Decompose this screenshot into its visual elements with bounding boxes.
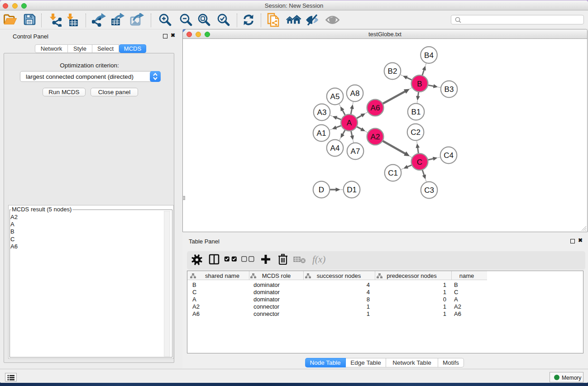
svg-text:B2: B2 — [388, 67, 397, 76]
svg-text:A6: A6 — [371, 104, 380, 112]
svg-text:B: B — [417, 80, 422, 88]
svg-text:A7: A7 — [351, 147, 360, 156]
svg-text:A5: A5 — [330, 92, 340, 101]
svg-text:A2: A2 — [371, 133, 380, 141]
svg-text:A3: A3 — [317, 108, 327, 117]
svg-text:A8: A8 — [350, 89, 360, 98]
svg-text:C2: C2 — [411, 128, 421, 137]
svg-text:C4: C4 — [444, 151, 454, 160]
svg-text:D1: D1 — [347, 186, 357, 194]
svg-text:A4: A4 — [330, 144, 340, 152]
svg-text:C1: C1 — [388, 169, 398, 177]
svg-text:D: D — [319, 186, 324, 194]
svg-text:A1: A1 — [317, 129, 326, 138]
svg-text:C: C — [417, 158, 422, 167]
svg-text:B4: B4 — [424, 51, 434, 60]
svg-text:C3: C3 — [424, 186, 434, 195]
svg-text:A: A — [347, 119, 352, 127]
svg-text:B3: B3 — [445, 85, 454, 94]
svg-text:B1: B1 — [411, 108, 421, 116]
